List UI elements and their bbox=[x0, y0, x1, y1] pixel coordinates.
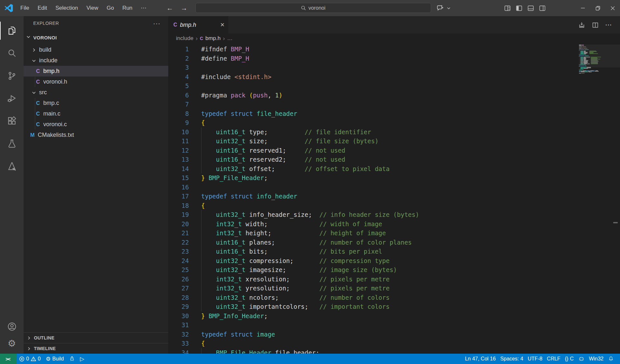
tree-item-voronoi-h[interactable]: Cvoronoi.h bbox=[24, 76, 168, 87]
tree-item-cmakelists-txt[interactable]: MCMakelists.txt bbox=[24, 130, 168, 140]
explorer-more-actions-icon[interactable]: ··· bbox=[153, 20, 160, 27]
more-menus-icon[interactable]: ⋯ bbox=[137, 0, 150, 16]
restore-button[interactable] bbox=[590, 0, 605, 16]
line-number: 13 bbox=[168, 155, 189, 164]
remote-indicator[interactable]: >< bbox=[0, 354, 16, 364]
code-line-34[interactable]: 34 BMP_File_Header file_header; bbox=[168, 348, 620, 354]
minimize-button[interactable] bbox=[575, 0, 590, 16]
sidebar-item-run-and-debug[interactable] bbox=[0, 87, 24, 110]
tree-item-build[interactable]: build bbox=[24, 45, 168, 55]
language-mode[interactable]: {} C bbox=[563, 354, 576, 364]
tree-item-bmp-c[interactable]: Cbmp.c bbox=[24, 98, 168, 108]
code-line-33[interactable]: 33{ bbox=[168, 339, 620, 348]
timeline-section[interactable]: TIMELINE bbox=[24, 343, 168, 354]
toggle-primary-sidebar-icon[interactable] bbox=[515, 5, 523, 12]
navigate-back-icon[interactable]: ← bbox=[165, 4, 174, 12]
split-editor-icon[interactable] bbox=[592, 21, 599, 29]
code-line-29[interactable]: 29 uint32_t importantcolors; // importan… bbox=[168, 302, 620, 311]
cmake-build-button[interactable]: ⚙ Build bbox=[43, 354, 67, 364]
eol-setting[interactable]: CRLF bbox=[545, 354, 563, 364]
launch-run-button[interactable]: ▷ bbox=[78, 354, 87, 364]
code-line-28[interactable]: 28 uint32_t ncolors; // number of colors bbox=[168, 293, 620, 302]
code-line-3[interactable]: 3 bbox=[168, 63, 620, 72]
sidebar-item-explorer[interactable] bbox=[0, 19, 24, 42]
tree-item-include[interactable]: include bbox=[24, 55, 168, 66]
code-line-17[interactable]: 17typedef struct info_header bbox=[168, 192, 620, 201]
sidebar-item-search[interactable] bbox=[0, 42, 24, 65]
debug-target-button[interactable] bbox=[67, 354, 78, 364]
indentation-setting[interactable]: Spaces: 4 bbox=[498, 354, 525, 364]
cursor-position[interactable]: Ln 47, Col 16 bbox=[463, 354, 498, 364]
code-line-24[interactable]: 24 uint32_t compression; // compression … bbox=[168, 256, 620, 266]
tree-item-bmp-h[interactable]: Cbmp.h bbox=[24, 66, 168, 76]
tree-item-src[interactable]: src bbox=[24, 87, 168, 98]
code-line-5[interactable]: 5 bbox=[168, 81, 620, 91]
code-editor[interactable]: 1#ifndef BMP_H2#define BMP_H34#include <… bbox=[168, 43, 620, 354]
project-section-header[interactable]: VORONOI bbox=[24, 30, 168, 45]
command-center-search[interactable]: voronoi bbox=[195, 3, 431, 13]
code-line-10[interactable]: 10 uint16_t type; // file identifier bbox=[168, 127, 620, 137]
sidebar-item-cmake[interactable] bbox=[0, 155, 24, 177]
close-tab-icon[interactable]: × bbox=[220, 21, 224, 28]
tree-item-main-c[interactable]: Cmain.c bbox=[24, 108, 168, 119]
code-line-16[interactable]: 16 bbox=[168, 183, 620, 192]
tab-bmp-h[interactable]: C bmp.h × bbox=[168, 16, 228, 34]
editor-more-actions-icon[interactable]: ⋯ bbox=[605, 21, 612, 29]
code-line-14[interactable]: 14 uint32_t offset; // offset to pixel d… bbox=[168, 164, 620, 174]
code-line-32[interactable]: 32typedef struct image bbox=[168, 330, 620, 339]
code-line-1[interactable]: 1#ifndef BMP_H bbox=[168, 45, 620, 54]
encoding-setting[interactable]: UTF-8 bbox=[525, 354, 544, 364]
run-task-icon[interactable] bbox=[578, 21, 585, 29]
code-line-7[interactable]: 7 bbox=[168, 100, 620, 109]
menu-file[interactable]: File bbox=[16, 0, 33, 16]
sidebar-item-source-control[interactable] bbox=[0, 65, 24, 87]
code-line-30[interactable]: 30} BMP_Info_Header; bbox=[168, 311, 620, 321]
problems-indicator[interactable]: 0 0 bbox=[16, 354, 43, 364]
breadcrumb-file[interactable]: bmp.h bbox=[205, 35, 221, 42]
code-line-12[interactable]: 12 uint16_t reserved1; // not used bbox=[168, 146, 620, 155]
menu-go[interactable]: Go bbox=[102, 0, 118, 16]
customize-layout-icon[interactable] bbox=[504, 5, 511, 12]
menu-edit[interactable]: Edit bbox=[33, 0, 51, 16]
code-line-9[interactable]: 9{ bbox=[168, 118, 620, 127]
close-window-button[interactable] bbox=[605, 0, 620, 16]
navigate-forward-icon[interactable]: → bbox=[180, 4, 189, 12]
minimap[interactable] bbox=[579, 45, 620, 109]
code-line-4[interactable]: 4#include <stdint.h> bbox=[168, 72, 620, 82]
toggle-panel-icon[interactable] bbox=[527, 5, 534, 12]
settings-gear-icon[interactable]: ⚙ bbox=[0, 335, 24, 352]
code-line-20[interactable]: 20 int32_t width; // width of image bbox=[168, 219, 620, 229]
tree-item-voronoi-c[interactable]: Cvoronoi.c bbox=[24, 119, 168, 130]
notifications-bell-icon[interactable] bbox=[606, 354, 616, 364]
code-line-27[interactable]: 27 int32_t yresolution; // pixels per me… bbox=[168, 284, 620, 293]
code-line-2[interactable]: 2#define BMP_H bbox=[168, 54, 620, 63]
menu-selection[interactable]: Selection bbox=[51, 0, 82, 16]
code-line-22[interactable]: 22 uint16_t planes; // number of color p… bbox=[168, 238, 620, 247]
breadcrumb-folder[interactable]: include bbox=[176, 35, 193, 42]
copilot-status-icon[interactable] bbox=[576, 354, 587, 364]
code-line-26[interactable]: 26 int32_t xresolution; // pixels per me… bbox=[168, 275, 620, 284]
code-line-25[interactable]: 25 uint32_t imagesize; // image size (by… bbox=[168, 265, 620, 275]
platform-indicator[interactable]: Win32 bbox=[587, 354, 606, 364]
code-line-19[interactable]: 19 uint32_t info_header_size; // info he… bbox=[168, 210, 620, 219]
sidebar-item-testing[interactable] bbox=[0, 132, 24, 155]
code-line-31[interactable]: 31 bbox=[168, 320, 620, 330]
outline-section[interactable]: OUTLINE bbox=[24, 332, 168, 343]
copilot-chat-icon[interactable] bbox=[436, 4, 445, 13]
sidebar-item-extensions[interactable] bbox=[0, 110, 24, 132]
code-line-23[interactable]: 23 uint16_t bits; // bits per pixel bbox=[168, 247, 620, 256]
code-line-21[interactable]: 21 int32_t height; // height of image bbox=[168, 228, 620, 238]
code-line-18[interactable]: 18{ bbox=[168, 201, 620, 210]
code-line-15[interactable]: 15} BMP_File_Header; bbox=[168, 173, 620, 183]
code-line-6[interactable]: 6#pragma pack (push, 1) bbox=[168, 91, 620, 100]
toggle-secondary-sidebar-icon[interactable] bbox=[539, 5, 546, 12]
menu-run[interactable]: Run bbox=[118, 0, 137, 16]
code-line-11[interactable]: 11 uint32_t size; // file size (bytes) bbox=[168, 136, 620, 146]
breadcrumb-symbol[interactable]: … bbox=[227, 35, 232, 42]
code-line-13[interactable]: 13 uint16_t reserved2; // not used bbox=[168, 155, 620, 164]
breadcrumb[interactable]: include › C bmp.h › … bbox=[168, 34, 620, 43]
accounts-icon[interactable] bbox=[0, 318, 24, 335]
code-line-8[interactable]: 8typedef struct file_header bbox=[168, 109, 620, 118]
chevron-down-icon[interactable] bbox=[447, 6, 451, 10]
menu-view[interactable]: View bbox=[82, 0, 103, 16]
